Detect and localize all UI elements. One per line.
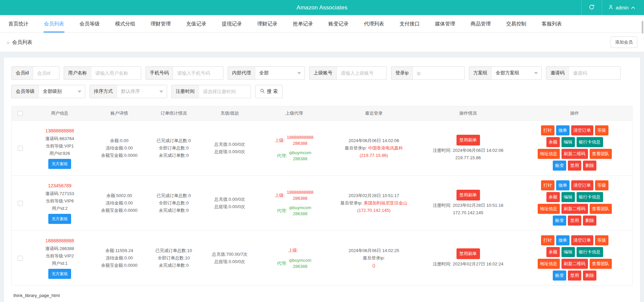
action-account-change-button[interactable]: 账变: [553, 270, 566, 281]
action-balance-button[interactable]: 余额: [546, 192, 560, 202]
disable-brush-button[interactable]: 禁用刷单: [457, 190, 480, 200]
username-input[interactable]: [91, 67, 141, 79]
parent-phone: 18888888888: [287, 134, 314, 140]
agent-label: 代理:: [277, 152, 287, 160]
user-menu[interactable]: admin: [602, 0, 644, 15]
action-account-change-button[interactable]: 账变: [553, 161, 566, 171]
action-inject-button[interactable]: 打针: [541, 235, 554, 245]
action-clear-orders-button[interactable]: 清空订单: [571, 235, 593, 245]
nav-tab-6[interactable]: 提现记录: [214, 15, 250, 33]
nav-tab-8[interactable]: 抢单记录: [285, 15, 321, 33]
action-delete-button[interactable]: 删除: [583, 270, 596, 281]
action-disable-button[interactable]: 禁用: [568, 270, 581, 281]
reg-ip: 172.70.142.145: [421, 209, 516, 217]
login-ip-input[interactable]: [413, 67, 464, 79]
orders-completed: 已完成订单总数:10: [149, 247, 198, 254]
action-clear-orders-button[interactable]: 清空订单: [571, 180, 593, 190]
nav-tab-4[interactable]: 理财管理: [143, 15, 178, 33]
member-id-input[interactable]: [33, 67, 59, 79]
account-detail-cell: 余额:11559.24 冻结金额:0.00 余额宝金额:0.0000: [91, 242, 148, 274]
nav-tab-15[interactable]: 客服列表: [534, 15, 570, 33]
nav-tab-9[interactable]: 账变记录: [321, 15, 356, 33]
action-make-order-button[interactable]: 做单: [556, 235, 570, 245]
phone-input[interactable]: [173, 67, 223, 79]
action-inject-button[interactable]: 打针: [541, 180, 554, 190]
nav-tab-13[interactable]: 商品管理: [463, 15, 498, 33]
parent-account-input[interactable]: [337, 67, 386, 79]
reg-time-input[interactable]: [199, 85, 251, 98]
action-delete-button[interactable]: 删除: [583, 216, 596, 226]
user-info-cell: 123456789 邀请码:727153 当前等级:VIP6 用户id:2 无方…: [29, 177, 91, 229]
row-checkbox[interactable]: [18, 201, 23, 206]
action-bank-card-info-button[interactable]: 银行卡信息: [577, 192, 603, 202]
nav-tab-10[interactable]: 代理列表: [356, 15, 392, 33]
scheme-group-button[interactable]: 无方案组: [48, 214, 71, 224]
sort-select[interactable]: 默认排序: [117, 85, 167, 98]
disable-brush-button[interactable]: 禁用刷单: [457, 135, 480, 145]
row-checkbox[interactable]: [18, 256, 23, 261]
member-level-select[interactable]: 全部级别: [39, 85, 85, 98]
breadcrumb-arrow-icon: »: [7, 40, 9, 45]
refresh-button[interactable]: [581, 0, 602, 15]
action-edit-button[interactable]: 编辑: [561, 247, 575, 257]
action-disable-button[interactable]: 禁用: [568, 161, 581, 171]
action-view-team-button[interactable]: 查看团队: [590, 149, 612, 159]
nav-tab-14[interactable]: 交易控制: [498, 15, 534, 33]
action-bank-card-info-button[interactable]: 银行卡信息: [577, 137, 603, 147]
action-inject-button[interactable]: 打针: [541, 125, 554, 135]
disable-brush-button[interactable]: 禁用刷单: [457, 248, 480, 259]
action-make-order-button[interactable]: 做单: [556, 180, 570, 190]
col-recharge-withdraw: 充值/提款: [200, 110, 260, 117]
user-id: 用户id:926: [30, 150, 89, 157]
orders-pending: 未完成订单数:0: [149, 207, 198, 214]
row-checkbox[interactable]: [18, 146, 23, 151]
nav-tab-11[interactable]: 支付接口: [392, 15, 427, 33]
agent-code: 286388: [289, 156, 311, 162]
parent-code: 286388: [287, 140, 314, 146]
total-withdraw: 总提现:0.00/0次: [201, 148, 259, 156]
action-make-order-button[interactable]: 做单: [556, 125, 570, 135]
nav-tab-1[interactable]: 会员列表: [36, 15, 72, 33]
action-level-button[interactable]: 等级: [595, 180, 608, 190]
invite-code-input[interactable]: [569, 67, 620, 79]
action-edit-button[interactable]: 编辑: [561, 137, 575, 147]
action-address-info-button[interactable]: 地址信息: [538, 149, 560, 159]
scrollbar-thumb[interactable]: [642, 21, 643, 34]
action-delete-button[interactable]: 删除: [583, 161, 596, 171]
action-level-button[interactable]: 等级: [595, 125, 608, 135]
action-address-info-button[interactable]: 地址信息: [538, 204, 560, 214]
table-row: 18888888888 邀请码:286388 当前等级:VIP2 用户id:1 …: [12, 230, 632, 285]
orders-completed: 已完成订单总数:0: [149, 192, 198, 199]
action-view-team-button[interactable]: 查看团队: [590, 259, 612, 269]
search-button[interactable]: 搜 索: [255, 85, 282, 98]
scheme-group-select[interactable]: 全部方案组: [492, 67, 541, 79]
nav-tab-2[interactable]: 会员等级: [72, 15, 107, 33]
action-refresh-qrcode-button[interactable]: 刷新二维码: [561, 204, 588, 214]
internal-agent-select[interactable]: 全部: [255, 67, 305, 79]
nav-tab-0[interactable]: 首页统计: [1, 15, 36, 33]
action-disable-button[interactable]: 禁用: [568, 216, 581, 226]
action-edit-button[interactable]: 编辑: [561, 192, 575, 202]
nav-tab-12[interactable]: 媒体管理: [427, 15, 463, 33]
action-refresh-qrcode-button[interactable]: 刷新二维码: [561, 259, 588, 269]
order-stats-cell: 已完成订单总数:0 全部订单总数:0 未完成订单数:0: [148, 187, 200, 219]
action-balance-button[interactable]: 余额: [546, 247, 560, 257]
action-level-button[interactable]: 等级: [595, 235, 608, 245]
parent-phone: 18888888888: [287, 189, 314, 195]
select-all-checkbox[interactable]: [18, 111, 23, 116]
last-login-ip-label: 最后登录ip:: [363, 255, 385, 260]
col-op-status: 操作情况: [419, 110, 517, 117]
nav-tab-5[interactable]: 充值记录: [178, 15, 214, 33]
action-clear-orders-button[interactable]: 清空订单: [571, 125, 593, 135]
action-address-info-button[interactable]: 地址信息: [538, 259, 560, 269]
action-bank-card-info-button[interactable]: 银行卡信息: [577, 247, 603, 257]
nav-tab-3[interactable]: 模式分组: [107, 15, 143, 33]
action-account-change-button[interactable]: 账变: [553, 216, 566, 226]
scheme-group-button[interactable]: 无方案组: [48, 159, 71, 169]
nav-tab-7[interactable]: 理财记录: [250, 15, 285, 33]
action-refresh-qrcode-button[interactable]: 刷新二维码: [561, 149, 588, 159]
scheme-group-button[interactable]: 无方案组: [48, 269, 71, 279]
action-balance-button[interactable]: 余额: [546, 137, 560, 147]
add-member-button[interactable]: 添加会员: [610, 37, 637, 48]
action-view-team-button[interactable]: 查看团队: [590, 204, 612, 214]
